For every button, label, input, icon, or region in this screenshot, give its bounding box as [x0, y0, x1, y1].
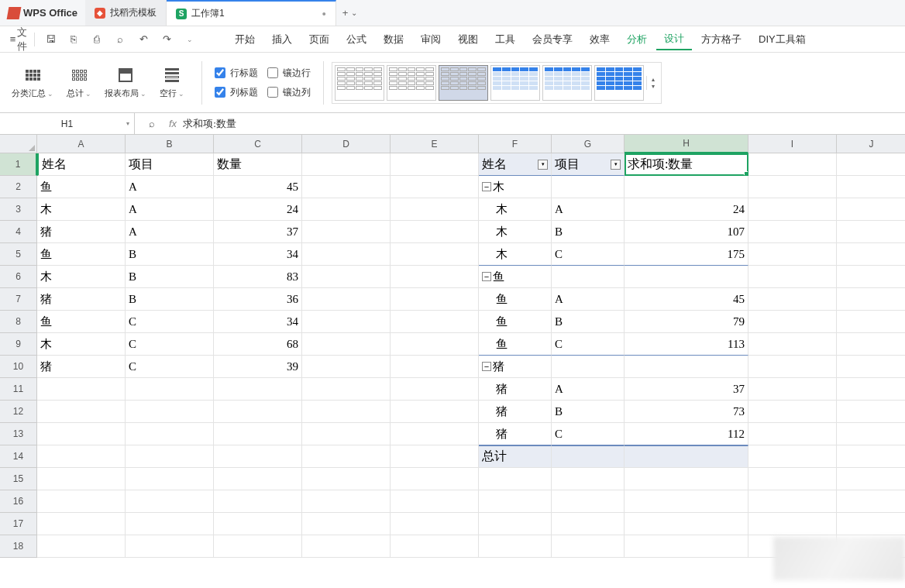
formula-content[interactable]: 求和项:数量	[183, 117, 236, 131]
cell[interactable]	[214, 490, 302, 513]
cell[interactable]: −鱼	[479, 266, 552, 288]
cell[interactable]	[552, 490, 625, 513]
style-item-selected[interactable]	[439, 65, 488, 101]
row-header-13[interactable]: 13	[0, 423, 37, 445]
cell[interactable]	[748, 401, 837, 423]
row-header-18[interactable]: 18	[0, 535, 37, 558]
cell[interactable]	[302, 266, 391, 288]
cell[interactable]	[837, 288, 905, 311]
cancel-icon[interactable]: ⌕	[144, 116, 160, 132]
cell[interactable]	[391, 311, 479, 333]
cell[interactable]	[625, 445, 748, 468]
cell[interactable]	[625, 356, 748, 378]
cell[interactable]	[126, 423, 214, 445]
cell[interactable]	[37, 378, 126, 401]
cell[interactable]	[748, 243, 837, 266]
cell[interactable]	[37, 445, 126, 468]
col-header-E[interactable]: E	[391, 135, 479, 153]
row-header-3[interactable]: 3	[0, 198, 37, 221]
row-header-5[interactable]: 5	[0, 243, 37, 266]
doc-tab-workbook[interactable]: S 工作簿1 •	[167, 0, 336, 26]
cell[interactable]	[837, 333, 905, 356]
cell[interactable]	[302, 153, 391, 176]
band-col-checkbox[interactable]: 镶边列	[267, 86, 311, 99]
cell[interactable]: C	[126, 333, 214, 356]
cell[interactable]	[625, 513, 748, 535]
cell[interactable]	[126, 401, 214, 423]
cell[interactable]	[302, 468, 391, 490]
cell[interactable]	[126, 445, 214, 468]
cell[interactable]	[625, 468, 748, 490]
band-row-checkbox[interactable]: 镶边行	[267, 67, 311, 80]
col-header-H[interactable]: H	[625, 135, 748, 153]
cell[interactable]: B	[126, 288, 214, 311]
cell[interactable]: 45	[625, 288, 748, 311]
style-more[interactable]: ▴▾	[646, 76, 659, 90]
cell[interactable]	[837, 153, 905, 176]
row-header-17[interactable]: 17	[0, 513, 37, 535]
col-header-J[interactable]: J	[837, 135, 905, 153]
cell[interactable]	[302, 378, 391, 401]
menu-view[interactable]: 视图	[450, 29, 486, 50]
row-header-16[interactable]: 16	[0, 490, 37, 513]
row-header-4[interactable]: 4	[0, 221, 37, 243]
cell[interactable]	[391, 468, 479, 490]
total-button[interactable]: 总计⌄	[57, 59, 101, 107]
cell[interactable]	[837, 490, 905, 513]
style-item[interactable]	[542, 65, 592, 101]
cell[interactable]	[552, 535, 625, 558]
cell[interactable]: −木	[479, 176, 552, 198]
cell[interactable]	[37, 468, 126, 490]
preview-icon[interactable]: ⌕	[112, 32, 128, 47]
cell[interactable]: 112	[625, 423, 748, 445]
cell[interactable]	[302, 490, 391, 513]
cell[interactable]	[37, 423, 126, 445]
cell[interactable]	[748, 468, 837, 490]
cell[interactable]: B	[552, 401, 625, 423]
cell[interactable]	[391, 288, 479, 311]
cell[interactable]: 猪	[479, 423, 552, 445]
cell[interactable]	[748, 221, 837, 243]
cell[interactable]: 猪	[479, 378, 552, 401]
cell[interactable]: A	[126, 176, 214, 198]
cell[interactable]: 求和项:数量	[625, 153, 748, 176]
cell[interactable]	[625, 490, 748, 513]
cell[interactable]	[552, 356, 625, 378]
cell[interactable]	[748, 356, 837, 378]
cell[interactable]: 猪	[37, 288, 126, 311]
cell[interactable]: A	[552, 378, 625, 401]
cell[interactable]: 猪	[37, 221, 126, 243]
menu-fangfang[interactable]: 方方格子	[693, 29, 749, 50]
cell[interactable]: 45	[214, 176, 302, 198]
col-header-C[interactable]: C	[214, 135, 302, 153]
name-box[interactable]: H1 ▾	[0, 113, 135, 134]
cell[interactable]	[837, 266, 905, 288]
cell[interactable]	[391, 535, 479, 558]
cell[interactable]	[479, 535, 552, 558]
cell[interactable]	[214, 445, 302, 468]
cell[interactable]	[214, 401, 302, 423]
cell[interactable]: 34	[214, 311, 302, 333]
cell[interactable]	[126, 490, 214, 513]
row-header-10[interactable]: 10	[0, 356, 37, 378]
cell[interactable]	[748, 378, 837, 401]
menu-icon[interactable]: ≡ 文件	[11, 32, 26, 47]
doc-tab-template[interactable]: ◆ 找稻壳模板	[85, 0, 167, 26]
chevron-down-icon[interactable]: ⌄	[182, 32, 198, 47]
cell[interactable]: C	[552, 423, 625, 445]
cell[interactable]	[552, 468, 625, 490]
row-header-7[interactable]: 7	[0, 288, 37, 311]
cell[interactable]: 73	[625, 401, 748, 423]
cell[interactable]	[837, 468, 905, 490]
undo-icon[interactable]: ↶	[136, 32, 151, 47]
cell[interactable]	[748, 423, 837, 445]
cell[interactable]	[837, 401, 905, 423]
fx-icon[interactable]: fx	[169, 118, 177, 129]
row-header-1[interactable]: 1	[0, 153, 37, 176]
cell[interactable]	[302, 401, 391, 423]
filter-icon[interactable]: ▾	[538, 160, 548, 170]
cell[interactable]	[748, 311, 837, 333]
cell[interactable]: C	[552, 333, 625, 356]
cell[interactable]: 项目▾	[552, 153, 625, 176]
save-icon[interactable]: 🖫	[43, 32, 58, 47]
